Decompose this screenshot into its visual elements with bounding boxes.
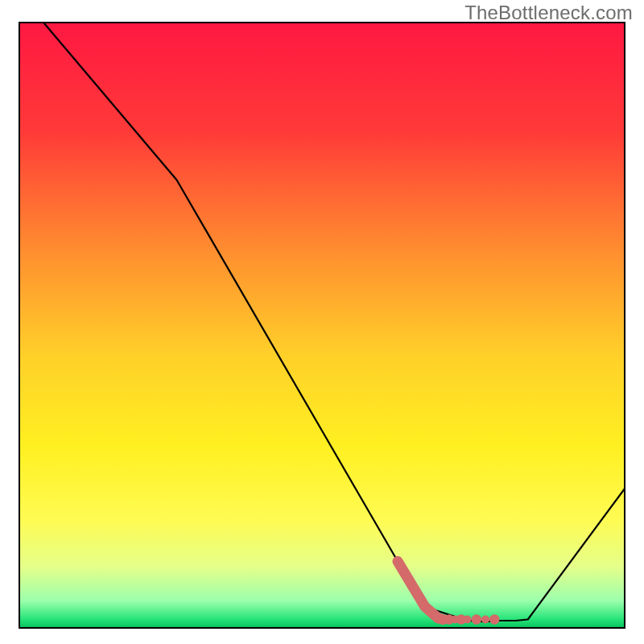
watermark-text: TheBottleneck.com: [464, 2, 633, 24]
chart-container: { "watermark": "TheBottleneck.com", "cha…: [0, 0, 644, 644]
highlight-dot: [464, 616, 472, 624]
highlight-dot: [472, 614, 481, 624]
bottleneck-chart: [0, 0, 644, 644]
highlight-dot: [489, 614, 499, 624]
gradient-background: [19, 23, 625, 628]
highlight-dot: [481, 616, 489, 624]
